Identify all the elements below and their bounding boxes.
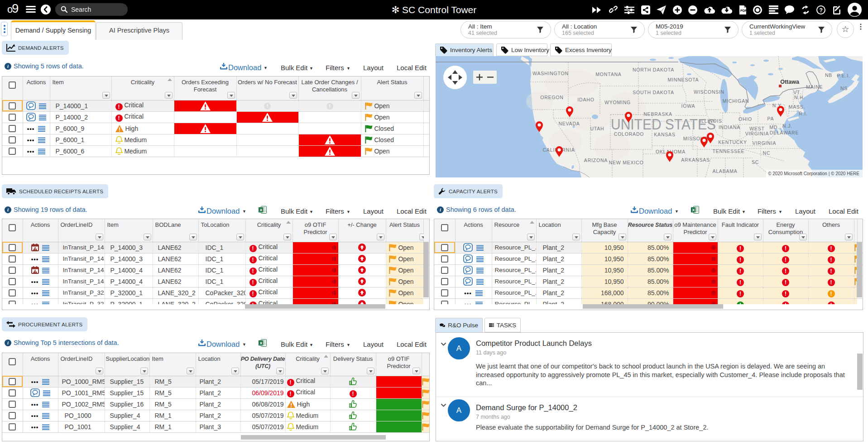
svg-text:NB: NB bbox=[825, 72, 832, 78]
svg-text:OHIO: OHIO bbox=[739, 116, 752, 122]
svg-text:TENNESSEE: TENNESSEE bbox=[713, 148, 745, 154]
svg-text:NS: NS bbox=[840, 86, 848, 91]
svg-text:SOUTH DAKOTA: SOUTH DAKOTA bbox=[633, 90, 674, 95]
svg-text:X: X bbox=[259, 340, 263, 345]
svg-text:IDAHO: IDAHO bbox=[577, 97, 594, 102]
svg-text:MICHIGAN: MICHIGAN bbox=[723, 98, 749, 104]
svg-text:OREGON: OREGON bbox=[540, 95, 563, 100]
svg-text:ARKANSAS: ARKANSAS bbox=[681, 157, 710, 163]
svg-text:ALABAMA: ALABAMA bbox=[712, 168, 737, 174]
svg-text:© 2020 Microsoft Corporation |: © 2020 Microsoft Corporation | © 2020 HE… bbox=[768, 171, 859, 176]
svg-text:UTAH: UTAH bbox=[590, 126, 604, 131]
svg-text:VIRGINIA: VIRGINIA bbox=[745, 131, 769, 136]
svg-text:X: X bbox=[259, 207, 263, 212]
svg-text:VIRGINIA: VIRGINIA bbox=[753, 140, 777, 146]
svg-text:MASS.: MASS. bbox=[789, 104, 806, 110]
svg-text:WASHINGTON: WASHINGTON bbox=[532, 71, 569, 76]
svg-text:PA: PA bbox=[767, 116, 774, 121]
svg-text:P.E.I.: P.E.I. bbox=[837, 73, 850, 78]
svg-text:MINNESOTA: MINNESOTA bbox=[668, 77, 699, 82]
svg-text:MAINE: MAINE bbox=[806, 84, 823, 90]
svg-text:N.H.: N.H. bbox=[794, 95, 805, 100]
svg-text:N.J.: N.J. bbox=[782, 123, 792, 129]
svg-text:PDF: PDF bbox=[740, 9, 747, 12]
svg-text:?: ? bbox=[820, 7, 823, 13]
svg-text:KENTUCKY: KENTUCKY bbox=[718, 139, 747, 145]
svg-text:R.I.: R.I. bbox=[799, 111, 808, 116]
svg-text:NEVADA: NEVADA bbox=[558, 121, 580, 126]
svg-text:MONTANA: MONTANA bbox=[595, 72, 621, 77]
svg-text:SC: SC bbox=[752, 159, 759, 165]
svg-text:DELAWARE: DELAWARE bbox=[770, 130, 799, 135]
svg-text:MD.: MD. bbox=[769, 124, 779, 130]
svg-text:IOWA: IOWA bbox=[681, 103, 695, 109]
svg-text:NC: NC bbox=[763, 150, 771, 156]
svg-text:NEW MEXICO: NEW MEXICO bbox=[609, 160, 644, 165]
svg-text:ARIZONA: ARIZONA bbox=[584, 158, 608, 163]
svg-text:WISCONSIN: WISCONSIN bbox=[694, 89, 724, 95]
svg-text:X: X bbox=[692, 207, 695, 212]
svg-text:WYOMING: WYOMING bbox=[604, 100, 631, 105]
svg-text:INDIANA: INDIANA bbox=[719, 124, 740, 130]
svg-text:Ottawa: Ottawa bbox=[780, 79, 800, 85]
svg-text:NORTH DAKOTA: NORTH DAKOTA bbox=[633, 67, 674, 72]
